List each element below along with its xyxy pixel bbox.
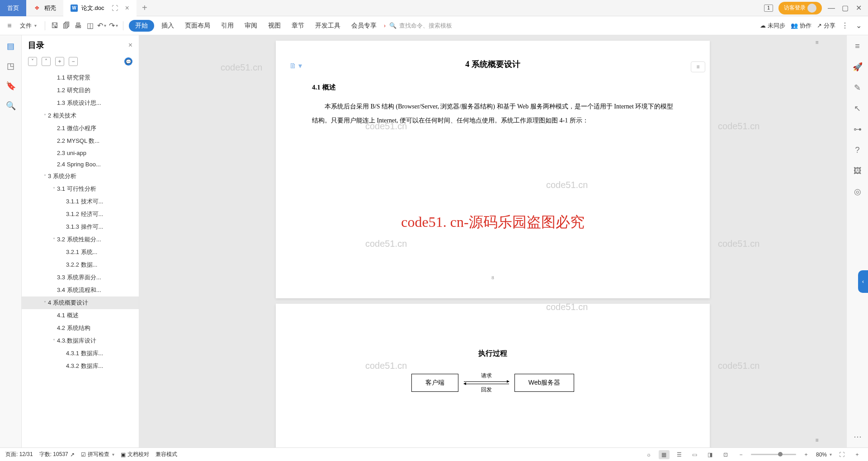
- command-search[interactable]: 🔍 查找命令、搜索模板: [389, 22, 452, 30]
- chevron-down-icon[interactable]: ˅: [51, 339, 57, 343]
- tab-document[interactable]: W 论文.doc ⛶ ×: [63, 0, 137, 16]
- outline-item[interactable]: 3.1.2 经济可...: [22, 208, 139, 221]
- close-window-icon[interactable]: ✕: [854, 4, 863, 12]
- coop-button[interactable]: 👥协作: [791, 22, 811, 30]
- tab-home[interactable]: 首页: [0, 0, 26, 16]
- document-page[interactable]: 执行过程 客户端 请求 回发 Web服务器: [276, 304, 710, 447]
- zoom-out-icon[interactable]: −: [736, 450, 746, 459]
- more-icon[interactable]: ⋮: [841, 22, 849, 30]
- document-scroll[interactable]: 🗎 ▾ ≡ 4 系统概要设计 4.1 概述 本系统后台采用 B/S 结构 (Br…: [139, 35, 846, 447]
- menu-review[interactable]: 审阅: [241, 20, 261, 32]
- menu-insert[interactable]: 插入: [158, 20, 178, 32]
- scroll-up-icon[interactable]: ≡: [812, 38, 821, 47]
- menu-dev-tools[interactable]: 开发工具: [311, 20, 344, 32]
- outline-remove-icon[interactable]: −: [69, 57, 78, 66]
- outline-view-icon[interactable]: ☰: [674, 450, 685, 459]
- outline-item[interactable]: ˅3 系统分析: [22, 170, 139, 183]
- help-rail-icon[interactable]: ?: [852, 145, 863, 155]
- add-page-icon[interactable]: +: [852, 450, 863, 459]
- outline-item[interactable]: 3.1.3 操作可...: [22, 221, 139, 233]
- menu-start[interactable]: 开始: [129, 20, 154, 32]
- outline-chat-icon[interactable]: 💬: [124, 57, 132, 66]
- menu-view[interactable]: 视图: [264, 20, 284, 32]
- outline-item[interactable]: 2.4 Spring Boo...: [22, 159, 139, 170]
- save-icon[interactable]: 🖫: [51, 22, 59, 30]
- minimize-icon[interactable]: —: [827, 4, 835, 12]
- scroll-down-icon[interactable]: ≡: [812, 436, 821, 445]
- share-button[interactable]: ↗分享: [817, 22, 835, 30]
- fullscreen-icon[interactable]: ⛶: [836, 450, 847, 459]
- save-as-icon[interactable]: 🗐: [62, 22, 71, 30]
- settings-rail-icon[interactable]: ⊶: [852, 124, 863, 135]
- outline-item[interactable]: 4.2 系统结构: [22, 322, 139, 334]
- rocket-rail-icon[interactable]: 🚀: [852, 61, 863, 72]
- outline-item[interactable]: 3.3 系统界面分...: [22, 271, 139, 284]
- chevron-down-icon[interactable]: ˅: [42, 174, 48, 179]
- document-page[interactable]: 🗎 ▾ ≡ 4 系统概要设计 4.1 概述 本系统后台采用 B/S 结构 (Br…: [276, 41, 710, 298]
- side-panel-handle[interactable]: ‹: [858, 270, 868, 293]
- page-indicator[interactable]: 页面: 12/31: [5, 451, 33, 458]
- outline-item[interactable]: 2.2 MYSQL 数...: [22, 135, 139, 147]
- outline-item[interactable]: ˅4.3.数据库设计: [22, 334, 139, 347]
- outline-close-icon[interactable]: ×: [128, 41, 132, 49]
- chevron-down-icon[interactable]: ˅: [51, 187, 57, 192]
- menu-references[interactable]: 引用: [217, 20, 237, 32]
- tab-docer[interactable]: ❖ 稻壳: [26, 0, 63, 16]
- brightness-icon[interactable]: ☼: [643, 450, 654, 459]
- file-menu[interactable]: 文件▾: [17, 20, 39, 32]
- spell-check[interactable]: ☑拼写检查▾: [81, 451, 114, 458]
- maximize-icon[interactable]: ▢: [841, 4, 849, 12]
- redo-icon[interactable]: ↷▾: [109, 22, 118, 30]
- chevron-down-icon[interactable]: ˅: [42, 113, 48, 118]
- compat-mode[interactable]: 兼容模式: [156, 451, 177, 458]
- focus-view-icon[interactable]: ⊡: [720, 450, 731, 459]
- outline-item[interactable]: 1.1 研究背景: [22, 71, 139, 84]
- outline-expand-all-icon[interactable]: ˄: [42, 57, 51, 66]
- lines-rail-icon[interactable]: ≡: [852, 41, 863, 52]
- zoom-in-icon[interactable]: +: [801, 450, 811, 459]
- outline-item[interactable]: 1.3 系统设计思...: [22, 97, 139, 109]
- outline-item[interactable]: 2.3 uni-app: [22, 147, 139, 159]
- zoom-slider[interactable]: [751, 454, 796, 455]
- outline-item[interactable]: 3.2.2 数据...: [22, 259, 139, 271]
- collapse-ribbon-icon[interactable]: ⌄: [854, 22, 863, 30]
- print-preview-icon[interactable]: ◫: [86, 22, 94, 30]
- outline-add-icon[interactable]: +: [55, 57, 64, 66]
- login-button[interactable]: 访客登录: [778, 2, 822, 14]
- zoom-level[interactable]: 80%▾: [816, 452, 832, 458]
- target-rail-icon[interactable]: ◎: [852, 186, 863, 197]
- word-count[interactable]: 字数: 10537 ↗: [39, 451, 75, 458]
- menu-page-layout[interactable]: 页面布局: [181, 20, 214, 32]
- new-tab-button[interactable]: +: [137, 3, 153, 13]
- menu-sections[interactable]: 章节: [288, 20, 308, 32]
- menu-vip[interactable]: 会员专享: [348, 20, 380, 32]
- image-rail-icon[interactable]: 🖼: [852, 165, 863, 176]
- undo-icon[interactable]: ↶▾: [98, 22, 106, 30]
- notification-badge[interactable]: 1: [764, 5, 773, 12]
- outline-item[interactable]: 1.2 研究目的: [22, 84, 139, 97]
- outline-item[interactable]: 2.1 微信小程序: [22, 122, 139, 135]
- read-view-icon[interactable]: ◨: [705, 450, 716, 459]
- page-marker-icon[interactable]: 🗎 ▾: [289, 61, 302, 70]
- outline-item[interactable]: ˅3.2 系统性能分...: [22, 233, 139, 246]
- bookmark-rail-icon[interactable]: ◳: [5, 61, 16, 71]
- page-collapse-button[interactable]: ≡: [691, 61, 705, 72]
- page-view-icon[interactable]: ▦: [659, 450, 670, 459]
- print-icon[interactable]: 🖶: [74, 22, 82, 30]
- chevron-down-icon[interactable]: ˅: [42, 301, 48, 306]
- tab-presentation-icon[interactable]: ⛶: [112, 5, 118, 12]
- outline-item[interactable]: 3.4 系统流程和...: [22, 284, 139, 296]
- outline-collapse-all-icon[interactable]: ˅: [28, 57, 37, 66]
- cursor-rail-icon[interactable]: ↖: [852, 103, 863, 114]
- outline-item[interactable]: 4.3.1 数据库...: [22, 347, 139, 360]
- outline-item[interactable]: 3.1.1 技术可...: [22, 195, 139, 208]
- outline-item[interactable]: ˅3.1 可行性分析: [22, 183, 139, 195]
- search-rail-icon[interactable]: 🔍: [5, 100, 16, 111]
- outline-rail-icon[interactable]: ▤: [5, 41, 16, 52]
- web-view-icon[interactable]: ▭: [689, 450, 700, 459]
- outline-item[interactable]: ˅2 相关技术: [22, 109, 139, 122]
- tag-rail-icon[interactable]: 🔖: [5, 80, 16, 91]
- outline-item[interactable]: 3.2.1 系统...: [22, 246, 139, 259]
- more-tools-icon[interactable]: ⋯: [852, 431, 863, 442]
- edit-rail-icon[interactable]: ✎: [852, 82, 863, 93]
